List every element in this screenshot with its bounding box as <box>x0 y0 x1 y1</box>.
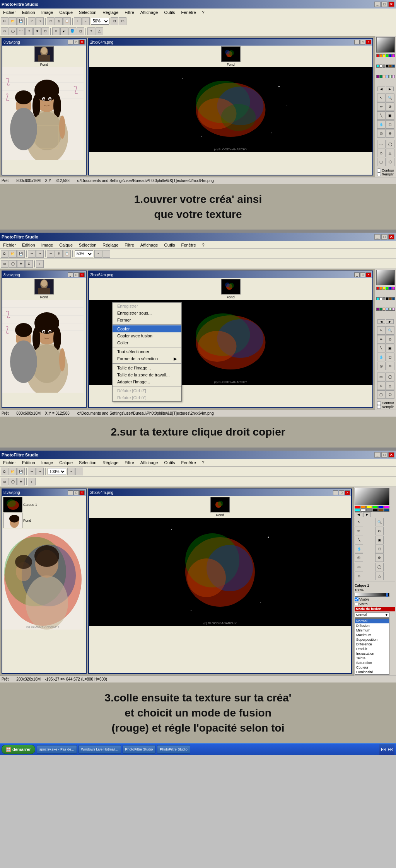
color-cyan[interactable] <box>376 65 379 68</box>
portrait-max-3[interactable]: □ <box>73 490 79 495</box>
tb2-save[interactable]: 💾 <box>17 250 25 258</box>
tb2-copy[interactable]: ⎘ <box>55 250 63 258</box>
color-lightblue[interactable] <box>386 75 388 78</box>
color-black-2[interactable] <box>386 297 388 300</box>
menu-reglage-1[interactable]: Réglage <box>101 9 120 15</box>
fusion-mode-dropdown[interactable]: Normal ▼ <box>355 612 389 618</box>
shape-diamond-3[interactable]: ◇ <box>355 572 363 580</box>
tb-zoom-out[interactable]: - <box>82 17 90 25</box>
fusion-incrustation[interactable]: Incrustation <box>355 651 389 656</box>
tb2-redo[interactable]: ↪ <box>36 250 44 258</box>
tb-redo[interactable]: ↪ <box>36 17 44 25</box>
menu-affichage-3[interactable]: Affichage <box>139 460 160 466</box>
color-magenta[interactable] <box>392 54 395 57</box>
color-orange[interactable] <box>379 54 382 57</box>
tb2-text[interactable]: T <box>36 260 44 268</box>
menu-fichier-3[interactable]: Fichier <box>2 460 17 466</box>
tool-cursor-3[interactable]: ↖ <box>355 518 363 526</box>
shape-triangle-3[interactable]: △ <box>375 572 384 580</box>
tb3-text[interactable]: T <box>28 478 36 485</box>
menu-help-1[interactable]: ? <box>201 9 206 15</box>
tb-cut[interactable]: ✂ <box>47 17 55 25</box>
minimize-btn-1[interactable]: _ <box>374 2 381 7</box>
tb-fit[interactable]: ⊡ <box>111 17 118 25</box>
color-peach[interactable] <box>382 75 385 78</box>
color-green[interactable] <box>386 54 388 57</box>
texture-max-3[interactable]: □ <box>339 490 344 495</box>
remplir-check-2[interactable] <box>377 405 381 409</box>
taskbar-btn-3[interactable]: PhotoFiltre Studio <box>123 745 156 754</box>
color-orange-2[interactable] <box>379 287 382 290</box>
color-lightblue-2[interactable] <box>386 308 388 311</box>
menu-edition-3[interactable]: Edition <box>20 460 37 466</box>
zoom-select-2[interactable]: 50% 100% <box>75 250 93 257</box>
tb2-select-rect[interactable]: ▭ <box>1 260 9 268</box>
menu-filtre-3[interactable]: Filtre <box>123 460 135 466</box>
portrait-min[interactable]: _ <box>68 40 73 44</box>
contour-check-2[interactable] <box>377 401 381 405</box>
ctx-taille-image[interactable]: Taille de l'image... <box>113 364 181 371</box>
tb-move[interactable]: ✥ <box>33 27 41 35</box>
ctx-coller[interactable]: Coller <box>113 339 181 346</box>
tool-zoom-2[interactable]: 🔍 <box>386 326 394 335</box>
cp3-green[interactable] <box>372 506 378 509</box>
tool-rounded-rect-2[interactable]: ▢ <box>377 390 386 399</box>
tb-actual[interactable]: 1:1 <box>119 17 126 25</box>
fusion-normal[interactable]: Normal <box>355 619 389 623</box>
color-selector-2[interactable] <box>376 270 395 285</box>
tool-dropper[interactable]: 💧 <box>377 120 386 129</box>
tb-brush[interactable]: 🖌 <box>60 27 68 35</box>
cp3-navy[interactable] <box>384 509 389 512</box>
color-brown[interactable] <box>389 65 392 68</box>
palette-left-2[interactable]: ◀ <box>377 319 385 324</box>
tb-pencil[interactable]: ✏ <box>52 27 60 35</box>
color-lightgreen-2[interactable] <box>389 308 392 311</box>
taskbar-btn-1[interactable]: spoclsv.exe - Pas de... <box>37 745 77 754</box>
tb-paste[interactable]: 📋 <box>63 17 71 25</box>
menu-filtre-2[interactable]: Filtre <box>123 242 135 248</box>
texture-close[interactable]: ✕ <box>366 40 371 44</box>
close-btn-2[interactable]: ✕ <box>388 234 394 240</box>
tb2-undo[interactable]: ↩ <box>28 250 36 258</box>
menu-affichage-2[interactable]: Affichage <box>139 242 160 248</box>
tb-zoom-in[interactable]: + <box>74 17 82 25</box>
fusion-diffusion[interactable]: Diffusion <box>355 623 389 628</box>
visible-check[interactable] <box>355 597 358 601</box>
tb3-move[interactable]: ✥ <box>17 478 25 485</box>
portrait-min-2[interactable]: _ <box>68 272 73 277</box>
palette-left-3[interactable]: ◀ <box>355 512 362 517</box>
menu-calque-2[interactable]: Calque <box>58 242 74 248</box>
menu-fichier-1[interactable]: Fichier <box>2 9 17 15</box>
tool-brush[interactable]: ⊘ <box>386 102 394 111</box>
tool-zoom-3[interactable]: 🔍 <box>375 518 384 526</box>
contour-check[interactable] <box>377 168 381 172</box>
ctx-tout-selectionner[interactable]: Tout sélectionner <box>113 348 181 355</box>
tool-line-3[interactable]: ╲ <box>355 536 363 544</box>
color-yellow[interactable] <box>382 54 385 57</box>
menu-edition-1[interactable]: Edition <box>20 9 37 15</box>
cp3-yellow[interactable] <box>366 506 372 509</box>
menu-help-2[interactable]: ? <box>201 242 206 248</box>
tool-blur-3[interactable]: ◎ <box>355 553 363 562</box>
fusion-luminosite[interactable]: Luminosité <box>355 670 389 674</box>
fusion-superposition[interactable]: Superposition <box>355 637 389 642</box>
fusion-produit[interactable]: Produit <box>355 647 389 651</box>
ctx-refaire[interactable]: Refaire [Ctrl+Y] <box>113 394 181 401</box>
tb3-undo[interactable]: ↩ <box>28 468 36 475</box>
tool-line[interactable]: ╲ <box>377 111 386 120</box>
shape-ellipse-3[interactable]: ◯ <box>375 563 384 571</box>
color-navy[interactable] <box>392 65 395 68</box>
color-lightgreen[interactable] <box>389 75 392 78</box>
tool-dropper-3[interactable]: 💧 <box>355 545 363 553</box>
tool-blur-2[interactable]: ◎ <box>377 362 386 370</box>
texture-min-3[interactable]: _ <box>333 490 338 495</box>
cp3-red[interactable] <box>355 506 360 509</box>
menu-fenetre-3[interactable]: Fenêtre <box>180 460 198 466</box>
color-red[interactable] <box>376 54 379 57</box>
texture-close-2[interactable]: ✕ <box>366 272 371 277</box>
tool-pencil[interactable]: ✏ <box>377 102 386 111</box>
texture-max-2[interactable]: □ <box>360 272 365 277</box>
color-pink-2[interactable] <box>392 308 395 311</box>
tb3-redo[interactable]: ↪ <box>36 468 44 475</box>
tool-blur[interactable]: ◎ <box>377 129 386 138</box>
